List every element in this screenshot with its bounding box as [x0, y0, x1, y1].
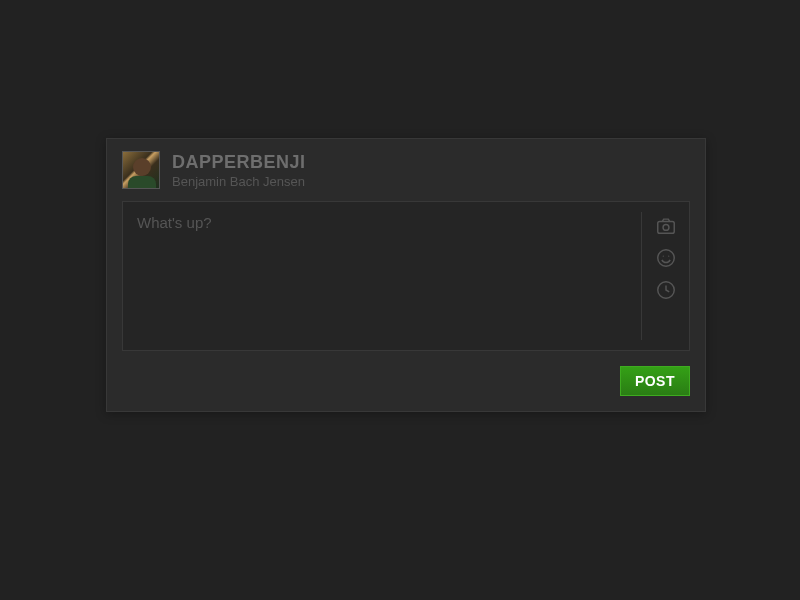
emoji-icon[interactable]: [654, 246, 678, 270]
avatar[interactable]: [122, 151, 160, 189]
composer-header: DAPPERBENJI Benjamin Bach Jensen: [107, 139, 705, 201]
svg-rect-0: [657, 221, 674, 233]
compose-area: [122, 201, 690, 351]
compose-icon-rail: [641, 212, 689, 340]
svg-point-4: [668, 256, 669, 257]
realname: Benjamin Bach Jensen: [172, 174, 306, 189]
username: DAPPERBENJI: [172, 152, 306, 173]
svg-point-3: [662, 256, 663, 257]
name-block: DAPPERBENJI Benjamin Bach Jensen: [172, 152, 306, 189]
svg-point-1: [663, 224, 669, 230]
camera-icon[interactable]: [654, 214, 678, 238]
post-button[interactable]: POST: [620, 366, 690, 396]
svg-point-2: [657, 250, 674, 267]
clock-icon[interactable]: [654, 278, 678, 302]
compose-input[interactable]: [123, 202, 634, 350]
composer-footer: POST: [107, 366, 705, 411]
post-composer-card: DAPPERBENJI Benjamin Bach Jensen: [106, 138, 706, 412]
